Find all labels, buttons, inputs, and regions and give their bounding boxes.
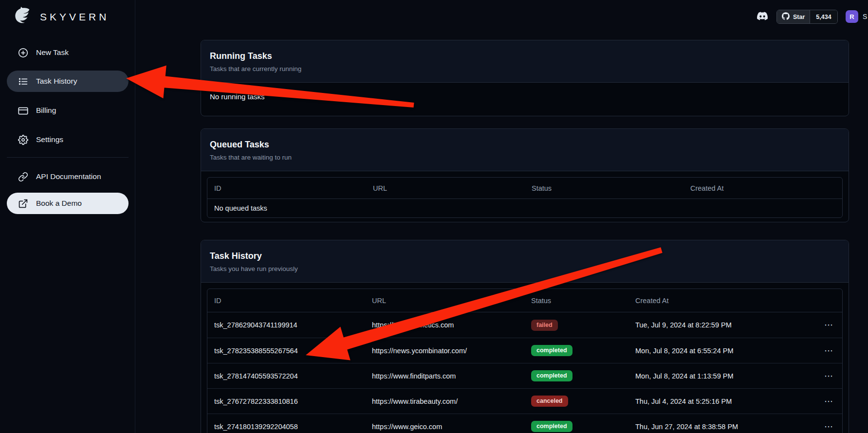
sidebar-item-new-task[interactable]: New Task <box>7 42 129 63</box>
task-row[interactable]: tsk_278235388555267564 https://news.ycom… <box>207 338 842 363</box>
plus-circle-icon <box>18 47 28 58</box>
row-actions-menu-icon[interactable]: ⋯ <box>821 421 836 432</box>
sidebar-item-api-documentation[interactable]: API Documentation <box>7 166 129 187</box>
queued-table-header: ID URL Status Created At <box>207 178 842 199</box>
column-header-status: Status <box>525 184 683 192</box>
row-actions-menu-icon[interactable]: ⋯ <box>821 371 836 381</box>
discord-icon[interactable] <box>755 10 770 23</box>
queued-tasks-subtitle: Tasks that are waiting to run <box>210 154 840 161</box>
gear-icon <box>18 134 28 145</box>
sidebar-item-settings[interactable]: Settings <box>7 129 129 150</box>
sidebar-item-book-a-demo[interactable]: Book a Demo <box>7 193 129 214</box>
sidebar-divider <box>7 157 129 158</box>
task-id: tsk_276727822333810816 <box>207 397 365 405</box>
brand-name: SKYVERN <box>40 11 109 23</box>
sidebar-item-label: Billing <box>36 106 56 115</box>
task-created-at: Thu, Jun 27, 2024 at 8:38:58 PM <box>628 423 815 431</box>
task-history-subtitle: Tasks you have run previously <box>210 265 840 272</box>
row-actions-menu-icon[interactable]: ⋯ <box>821 320 836 330</box>
column-header-status: Status <box>524 297 628 305</box>
column-header-id: ID <box>207 184 366 192</box>
github-icon <box>782 12 790 21</box>
external-link-icon <box>18 198 28 209</box>
history-table-header: ID URL Status Created At <box>207 289 842 312</box>
task-row[interactable]: tsk_278147405593572204 https://www.findi… <box>207 363 842 388</box>
task-history-card: Task History Tasks you have run previous… <box>201 240 849 433</box>
queued-tasks-card: Queued Tasks Tasks that are waiting to r… <box>201 128 849 222</box>
sidebar-item-label: Task History <box>36 77 77 86</box>
task-id: tsk_274180139292204058 <box>207 423 365 431</box>
row-actions-menu-icon[interactable]: ⋯ <box>821 345 836 356</box>
task-created-at: Mon, Jul 8, 2024 at 1:13:59 PM <box>628 372 815 380</box>
sidebar: SKYVERN New Task Task History Billing Se… <box>0 0 135 433</box>
task-row[interactable]: tsk_276727822333810816 https://www.tirab… <box>207 388 842 414</box>
task-url: https://www.finditparts.com <box>365 372 524 380</box>
task-history-table: ID URL Status Created At tsk_27862904374… <box>207 289 843 433</box>
queued-tasks-table: ID URL Status Created At No queued tasks <box>207 177 843 218</box>
avatar-initial: R <box>850 13 854 20</box>
task-url: https://www.tirabeauty.com/ <box>365 397 524 405</box>
avatar[interactable]: R <box>846 10 858 23</box>
sidebar-item-label: New Task <box>36 48 69 57</box>
github-star-button[interactable]: Star 5,434 <box>776 10 838 24</box>
link-icon <box>18 171 28 182</box>
running-tasks-header: Running Tasks Tasks that are currently r… <box>201 40 849 83</box>
list-icon <box>18 76 28 87</box>
status-badge: completed <box>531 345 573 356</box>
sidebar-item-label: Book a Demo <box>36 199 82 208</box>
status-badge: completed <box>531 421 573 432</box>
queued-tasks-title: Queued Tasks <box>210 140 840 150</box>
column-header-created-at: Created At <box>683 184 842 192</box>
sidebar-item-billing[interactable]: Billing <box>7 100 129 121</box>
task-created-at: Mon, Jul 8, 2024 at 6:55:24 PM <box>628 347 815 355</box>
task-created-at: Thu, Jul 4, 2024 at 5:25:16 PM <box>628 397 815 405</box>
task-id: tsk_278147405593572204 <box>207 372 365 380</box>
task-url: https://tartecosmetics.com <box>365 321 524 329</box>
status-badge: canceled <box>531 396 568 407</box>
skyvern-dragon-icon <box>12 5 34 29</box>
task-row[interactable]: tsk_274180139292204058 https://www.geico… <box>207 414 842 433</box>
task-url: https://www.geico.com <box>365 423 524 431</box>
task-created-at: Tue, Jul 9, 2024 at 8:22:59 PM <box>628 321 815 329</box>
brand-logo[interactable]: SKYVERN <box>0 0 135 29</box>
running-tasks-empty: No running tasks <box>201 83 849 110</box>
queued-tasks-empty: No queued tasks <box>207 199 842 217</box>
task-row[interactable]: tsk_278629043741199914 https://tartecosm… <box>207 312 842 338</box>
running-tasks-title: Running Tasks <box>210 51 840 61</box>
running-tasks-subtitle: Tasks that are currently running <box>210 65 840 72</box>
column-header-created-at: Created At <box>628 297 815 305</box>
task-url: https://news.ycombinator.com/ <box>365 347 524 355</box>
credit-card-icon <box>18 105 28 116</box>
running-tasks-card: Running Tasks Tasks that are currently r… <box>201 40 849 116</box>
task-id: tsk_278629043741199914 <box>207 321 365 329</box>
status-badge: failed <box>531 320 558 331</box>
profile-name-partial: S <box>863 13 867 20</box>
column-header-url: URL <box>365 297 524 305</box>
sidebar-item-task-history[interactable]: Task History <box>7 71 129 92</box>
column-header-url: URL <box>366 184 525 192</box>
sidebar-item-label: Settings <box>36 135 63 144</box>
github-star-count: 5,434 <box>810 10 837 23</box>
status-badge: completed <box>531 370 573 381</box>
column-header-id: ID <box>207 297 365 305</box>
queued-tasks-header: Queued Tasks Tasks that are waiting to r… <box>201 129 849 171</box>
task-history-title: Task History <box>210 251 840 261</box>
github-star-label: Star <box>793 14 805 20</box>
sidebar-item-label: API Documentation <box>36 172 101 181</box>
row-actions-menu-icon[interactable]: ⋯ <box>821 396 836 407</box>
task-history-header: Task History Tasks you have run previous… <box>201 240 849 283</box>
task-id: tsk_278235388555267564 <box>207 347 365 355</box>
